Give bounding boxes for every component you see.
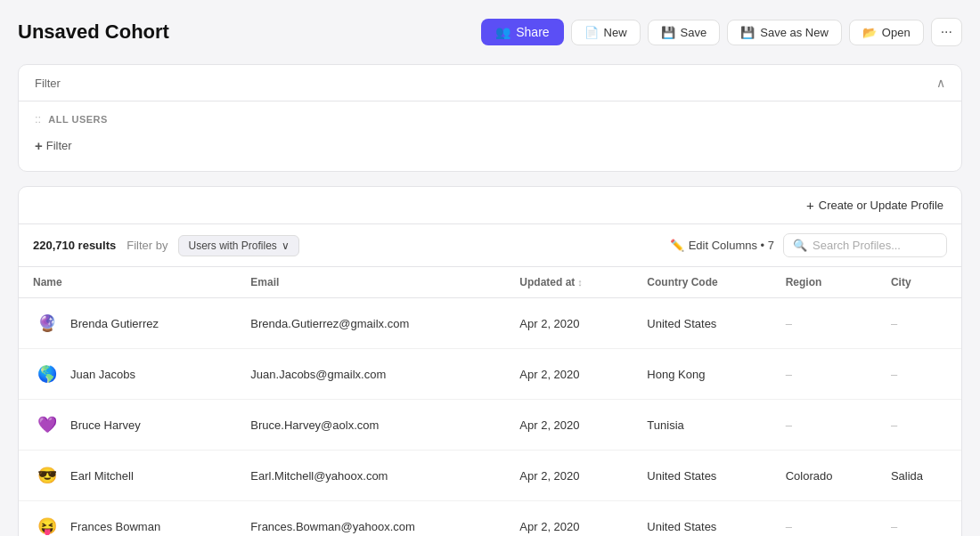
all-users-tag: ALL USERS <box>48 114 108 125</box>
search-input[interactable] <box>813 239 937 252</box>
table-row: 🌎 Juan Jacobs Juan.Jacobs@gmailx.com Apr… <box>19 349 961 400</box>
cell-region: – <box>772 298 877 349</box>
table-row: 😎 Earl Mitchell Earl.Mitchell@yahoox.com… <box>19 451 961 501</box>
cell-country-code: Hong Kong <box>633 349 771 400</box>
cell-country-code: United States <box>633 451 771 501</box>
cell-updated-at: Apr 2, 2020 <box>505 298 633 349</box>
share-icon: 👥 <box>495 25 510 39</box>
avatar: 😎 <box>33 461 61 490</box>
col-region: Region <box>772 267 877 298</box>
col-updated-at[interactable]: Updated at ↕ <box>505 267 633 298</box>
cell-email: Brenda.Gutierrez@gmailx.com <box>236 298 505 349</box>
table-topbar: + Create or Update Profile <box>19 187 961 224</box>
open-icon: 📂 <box>862 26 877 39</box>
results-count: 220,710 results <box>33 239 116 252</box>
cell-name: 😝 Frances Bowman <box>19 501 236 537</box>
cell-country-code: United States <box>633 298 771 349</box>
search-box: 🔍 <box>783 233 947 257</box>
sort-icon: ↕ <box>577 277 583 288</box>
cell-email: Frances.Bowman@yahoox.com <box>236 501 505 537</box>
cell-email: Bruce.Harvey@aolx.com <box>236 400 505 451</box>
cell-region: – <box>772 349 877 400</box>
page-header: Unsaved Cohort 👥 Share 📄 New 💾 Save 💾 Sa… <box>18 18 962 46</box>
filter-tag-users-with-profiles[interactable]: Users with Profiles ∨ <box>178 235 298 256</box>
avatar: 😝 <box>33 512 61 536</box>
cell-region: – <box>772 501 877 537</box>
pencil-icon: ✏️ <box>670 239 684 252</box>
save-icon: 💾 <box>661 26 675 39</box>
avatar: 🔮 <box>33 309 61 337</box>
page-title: Unsaved Cohort <box>18 20 169 44</box>
save-button[interactable]: 💾 Save <box>648 20 721 45</box>
save-as-new-button[interactable]: 💾 Save as New <box>727 20 842 45</box>
filter-panel-header[interactable]: Filter ∧ <box>19 65 961 101</box>
all-users-row: :: ALL USERS <box>35 112 945 126</box>
cell-country-code: Tunisia <box>633 400 771 451</box>
cell-updated-at: Apr 2, 2020 <box>505 400 633 451</box>
filter-by-label: Filter by <box>127 239 167 252</box>
cell-email: Juan.Jacobs@gmailx.com <box>236 349 505 400</box>
drag-handle-icon: :: <box>35 112 41 126</box>
cell-updated-at: Apr 2, 2020 <box>505 501 633 537</box>
col-name: Name <box>19 267 236 298</box>
cell-email: Earl.Mitchell@yahoox.com <box>236 451 505 501</box>
edit-columns-button[interactable]: ✏️ Edit Columns • 7 <box>670 239 774 252</box>
col-city: City <box>877 267 961 298</box>
filter-body: :: ALL USERS + Filter <box>19 101 961 171</box>
results-info: 220,710 results Filter by Users with Pro… <box>33 235 299 256</box>
table-controls: 220,710 results Filter by Users with Pro… <box>19 224 961 267</box>
cell-name: 🔮 Brenda Gutierrez <box>19 298 236 349</box>
cell-country-code: United States <box>633 501 771 537</box>
cell-city: – <box>877 349 961 400</box>
cell-region: Colorado <box>772 451 877 501</box>
col-email: Email <box>236 267 505 298</box>
users-table: Name Email Updated at ↕ Country Code Reg… <box>19 267 961 536</box>
search-icon: 🔍 <box>793 239 807 252</box>
table-row: 💜 Bruce Harvey Bruce.Harvey@aolx.com Apr… <box>19 400 961 451</box>
cell-name: 😎 Earl Mitchell <box>19 451 236 501</box>
share-button[interactable]: 👥 Share <box>481 19 563 45</box>
new-file-icon: 📄 <box>584 26 599 39</box>
avatar: 💜 <box>33 410 61 439</box>
more-options-button[interactable]: ··· <box>931 18 962 46</box>
cell-city: Salida <box>877 451 961 501</box>
cell-city: – <box>877 501 961 537</box>
chevron-down-icon: ∨ <box>282 240 290 252</box>
create-profile-button[interactable]: + Create or Update Profile <box>806 198 943 213</box>
chevron-up-icon: ∧ <box>936 76 945 90</box>
table-row: 🔮 Brenda Gutierrez Brenda.Gutierrez@gmai… <box>19 298 961 349</box>
cell-name: 🌎 Juan Jacobs <box>19 349 236 400</box>
table-row: 😝 Frances Bowman Frances.Bowman@yahoox.c… <box>19 501 961 537</box>
header-actions: 👥 Share 📄 New 💾 Save 💾 Save as New 📂 Ope… <box>481 18 962 46</box>
cell-updated-at: Apr 2, 2020 <box>505 451 633 501</box>
avatar: 🌎 <box>33 360 61 388</box>
table-panel: + Create or Update Profile 220,710 resul… <box>18 186 962 536</box>
filter-panel: Filter ∧ :: ALL USERS + Filter <box>18 64 962 172</box>
add-filter-button[interactable]: + Filter <box>35 134 72 157</box>
cell-region: – <box>772 400 877 451</box>
cell-name: 💜 Bruce Harvey <box>19 400 236 451</box>
plus-icon: + <box>35 138 43 153</box>
cell-city: – <box>877 298 961 349</box>
cell-updated-at: Apr 2, 2020 <box>505 349 633 400</box>
col-country-code: Country Code <box>633 267 771 298</box>
right-controls: ✏️ Edit Columns • 7 🔍 <box>670 233 947 257</box>
plus-icon: + <box>806 198 814 213</box>
open-button[interactable]: 📂 Open <box>849 20 924 45</box>
new-button[interactable]: 📄 New <box>571 20 641 45</box>
cell-city: – <box>877 400 961 451</box>
filter-label: Filter <box>35 77 61 90</box>
save-as-new-icon: 💾 <box>740 26 755 39</box>
